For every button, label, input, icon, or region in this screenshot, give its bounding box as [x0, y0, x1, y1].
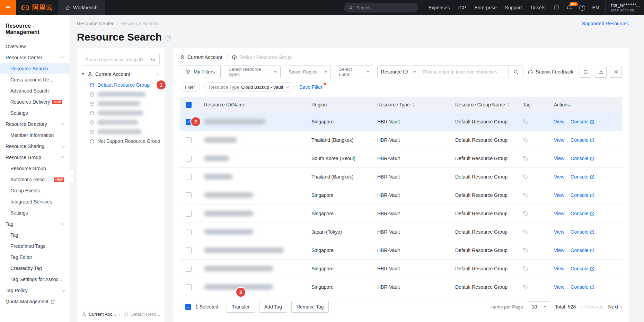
sidebar-item[interactable]: Tag Settings for Associated	[0, 274, 70, 285]
resource-search-input[interactable]	[420, 69, 509, 75]
sidebar-item[interactable]: Integrated Services	[0, 196, 70, 207]
console-link[interactable]: Console	[571, 266, 594, 271]
footer-select-checkbox[interactable]	[185, 304, 191, 310]
row-checkbox[interactable]	[186, 247, 192, 253]
view-link[interactable]: View	[554, 192, 564, 198]
table-row[interactable]: 2 Singapore HBR-Vault Default Resource G…	[180, 113, 622, 131]
table-row[interactable]: 2 Singapore HBR-Vault Default Resource G…	[180, 204, 622, 223]
resource-search-button[interactable]	[509, 66, 523, 78]
topbar-nav-item[interactable]: Tickets	[530, 5, 546, 10]
workbench-tab[interactable]: Workbench	[58, 0, 105, 15]
label-select[interactable]: Select Label	[335, 66, 373, 78]
tree-item-redacted[interactable]	[89, 109, 160, 117]
console-link[interactable]: Console	[571, 156, 594, 161]
sidebar-item[interactable]: Resource Delivery NEW	[0, 96, 70, 107]
view-link[interactable]: View	[554, 211, 564, 216]
notifications-button[interactable]: 99+	[566, 5, 572, 11]
sidebar-item[interactable]: Advanced Search	[0, 85, 70, 96]
transfer-button[interactable]: Transfer	[227, 301, 255, 313]
tree-footer-account[interactable]: Current Acc...	[89, 312, 116, 317]
save-filter-link[interactable]: Save Filter	[299, 84, 323, 90]
sidebar-item[interactable]: Resource Sharing	[0, 141, 70, 152]
sidebar-item[interactable]: Resource Directory	[0, 119, 70, 130]
sort-icon[interactable]: ▲▼	[507, 102, 510, 107]
topbar-nav-item[interactable]: Enterprise	[475, 5, 497, 10]
tree-item-not-support[interactable]: Not Support Resource Group	[89, 137, 160, 145]
sidebar-item[interactable]: Settings	[0, 207, 70, 218]
add-tag-button[interactable]: Add Tag	[259, 301, 287, 313]
sidebar-item[interactable]: Settings	[0, 107, 70, 119]
row-checkbox[interactable]	[186, 119, 192, 125]
scope-account[interactable]: Current Account	[187, 54, 222, 60]
view-link[interactable]: View	[554, 247, 564, 253]
sidebar-item[interactable]: Member Information	[0, 130, 70, 141]
view-link[interactable]: View	[554, 266, 564, 271]
sidebar-item[interactable]: Resource Group	[0, 152, 70, 163]
view-link[interactable]: View	[554, 156, 564, 161]
row-checkbox[interactable]	[186, 266, 192, 272]
table-row[interactable]: 2 South Korea (Seoul) HBR-Vault Default …	[180, 149, 622, 168]
table-row[interactable]: 2 Thailand (Bangkok) HBR-Vault Default R…	[180, 131, 622, 149]
resource-types-select[interactable]: Select resource types	[225, 66, 281, 78]
language-switcher[interactable]: EN	[592, 5, 599, 10]
global-search-input[interactable]	[356, 5, 414, 11]
topbar-nav-item[interactable]: Support	[505, 5, 522, 10]
console-link[interactable]: Console	[571, 211, 594, 216]
sidebar-item[interactable]: Overview	[0, 41, 70, 52]
help-button[interactable]: ?	[579, 5, 585, 11]
sidebar-item[interactable]: Group Events	[0, 185, 70, 196]
view-link[interactable]: View	[554, 174, 564, 180]
sidebar-item[interactable]: Createdby Tag	[0, 263, 70, 274]
row-checkbox[interactable]	[186, 284, 192, 290]
tree-footer-group[interactable]: Default Reso...	[130, 312, 160, 317]
row-checkbox[interactable]	[186, 137, 192, 143]
console-link[interactable]: Console	[571, 137, 594, 143]
supported-resources-link[interactable]: Supported Resources	[582, 21, 629, 26]
refresh-button[interactable]	[580, 66, 591, 78]
row-checkbox[interactable]	[186, 229, 192, 235]
help-icon[interactable]: ?	[165, 35, 171, 41]
topbar-nav-item[interactable]: ICP	[458, 5, 466, 10]
next-page-button[interactable]: Next›	[608, 304, 622, 310]
sidebar-collapse-handle[interactable]: ‹	[70, 168, 75, 182]
tree-search-input[interactable]	[82, 57, 147, 62]
row-checkbox[interactable]	[186, 156, 192, 162]
messages-button[interactable]	[554, 5, 559, 11]
sidebar-item[interactable]: Tag Editor	[0, 252, 70, 263]
global-search[interactable]	[344, 3, 418, 12]
sidebar-item[interactable]: Tag Policy	[0, 285, 70, 296]
console-link[interactable]: Console	[571, 247, 594, 253]
console-link[interactable]: Console	[571, 284, 594, 290]
tree-item-redacted[interactable]	[89, 90, 160, 98]
settings-button[interactable]	[610, 66, 622, 78]
caret-down-icon[interactable]	[82, 73, 85, 75]
tree-search-button[interactable]	[147, 54, 159, 65]
sidebar-item[interactable]: Quota Management	[0, 296, 70, 307]
sidebar-item[interactable]: Automatic Resource... NEW	[0, 174, 70, 185]
export-button[interactable]	[595, 66, 607, 78]
sidebar-item[interactable]: Resource Center	[0, 52, 70, 63]
console-link[interactable]: Console	[571, 229, 594, 235]
sidebar-item[interactable]: Cross-account Re...	[0, 74, 70, 85]
sidebar-item[interactable]: Predefined Tags	[0, 241, 70, 252]
tree-item-default-resource-group[interactable]: Default Resource Group 1	[89, 81, 160, 89]
table-row[interactable]: 2 Singapore HBR-Vault Default Resource G…	[180, 278, 622, 296]
search-field-select[interactable]: Resource ID	[378, 69, 420, 75]
table-row[interactable]: 2 Japan (Tokyo) HBR-Vault Default Resour…	[180, 223, 622, 241]
table-row[interactable]: 2 Singapore HBR-Vault Default Resource G…	[180, 241, 622, 260]
view-link[interactable]: View	[554, 229, 564, 235]
remove-tag-button[interactable]: Remove Tag	[291, 301, 329, 313]
my-filters-button[interactable]: My Filters	[180, 66, 221, 78]
view-link[interactable]: View	[554, 284, 564, 290]
row-checkbox[interactable]	[186, 174, 192, 180]
sidebar-item[interactable]: Resource Search	[0, 63, 70, 74]
sort-icon[interactable]: ▲▼	[412, 102, 415, 107]
sidebar-item[interactable]: Tag	[0, 229, 70, 241]
alibaba-cloud-logo[interactable]: 阿里云	[16, 3, 58, 12]
tree-root-current-account[interactable]: Current Account +	[82, 71, 160, 77]
tree-item-redacted[interactable]	[89, 128, 160, 136]
console-link[interactable]: Console	[571, 192, 594, 198]
sidebar-item[interactable]: Tag	[0, 218, 70, 229]
remove-filter-icon[interactable]: ×	[286, 85, 289, 90]
view-link[interactable]: View	[554, 119, 564, 124]
